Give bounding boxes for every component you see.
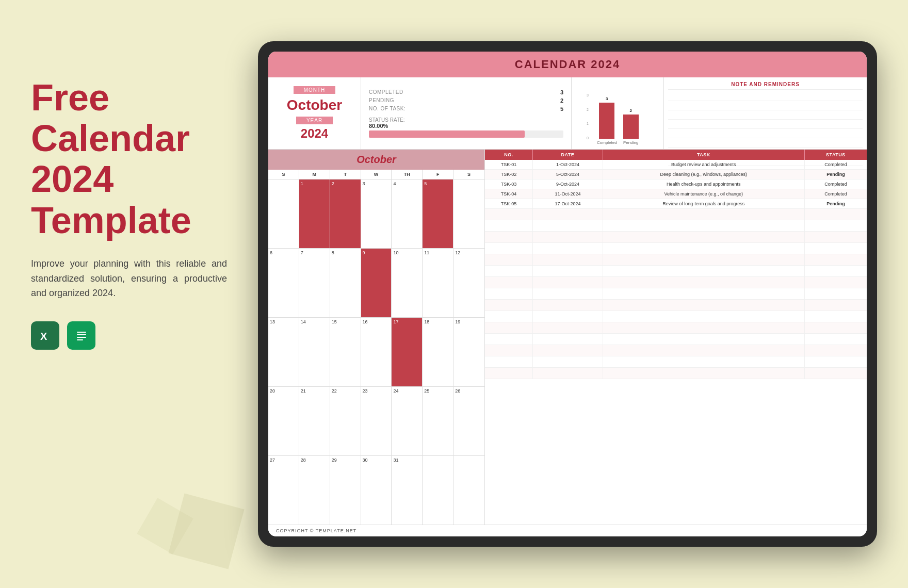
dow-f: F <box>423 170 453 179</box>
task-no: TSK-01 <box>485 160 533 170</box>
task-status: Completed <box>804 160 867 170</box>
note-line-3 <box>668 111 863 120</box>
cal-cell-28: 28 <box>299 456 330 525</box>
excel-icon[interactable]: X <box>31 321 59 350</box>
week-row-1: 1 2 3 4 5 <box>268 179 484 249</box>
table-row-empty <box>485 311 867 322</box>
calendar-month-header: October <box>268 150 484 170</box>
pending-value: 2 <box>560 97 563 104</box>
dow-s: S <box>268 170 299 179</box>
calendar-header: CALENDAR 2024 <box>268 52 867 77</box>
svg-rect-2 <box>73 328 90 344</box>
year-value: 2024 <box>301 126 328 141</box>
notes-panel: NOTE AND REMINDERS <box>664 77 867 149</box>
cal-cell-2: 2 <box>330 179 361 248</box>
cal-cell-18: 18 <box>423 318 453 386</box>
month-name: October <box>287 97 342 113</box>
cal-cell-26: 26 <box>453 387 484 455</box>
table-row-empty <box>485 266 867 277</box>
task-status: Completed <box>804 179 867 189</box>
week-row-4: 20 21 22 23 24 25 26 <box>268 387 484 456</box>
task-date: 11-Oct-2024 <box>533 189 603 199</box>
col-no: NO. <box>485 150 533 160</box>
task-status: Pending <box>804 170 867 179</box>
task-table-header: NO. DATE TASK STATUS <box>485 150 867 160</box>
sheets-icon[interactable] <box>67 321 95 350</box>
cal-cell-16: 16 <box>361 318 392 386</box>
table-row-empty <box>485 356 867 368</box>
table-row-empty <box>485 300 867 311</box>
cal-cell-8: 8 <box>330 249 361 317</box>
svg-rect-4 <box>77 334 86 335</box>
cal-cell-12: 12 <box>453 249 484 317</box>
table-row-empty <box>485 334 867 345</box>
note-line-4 <box>668 121 863 129</box>
stats-numbers: COMPLETED 3 PENDING 2 NO. OF TASK: 5 STA… <box>361 77 571 149</box>
note-line-2 <box>668 102 863 110</box>
cal-cell-19: 19 <box>453 318 484 386</box>
bar-completed: 3 Completed <box>597 96 617 145</box>
cal-cell-empty-3 <box>423 456 453 525</box>
table-row: TSK-03 9-Oct-2024 Health check-ups and a… <box>485 179 867 189</box>
cal-grid: S M T W TH F S 1 2 3 <box>268 170 484 525</box>
cal-footer: COPYRIGHT © TEMPLATE.NET <box>268 525 867 536</box>
title-line4: Template <box>31 200 191 241</box>
table-row-empty <box>485 288 867 300</box>
cal-cell-17: 17 <box>392 318 423 386</box>
cal-cell-24: 24 <box>392 387 423 455</box>
task-no: TSK-03 <box>485 179 533 189</box>
dow-m: M <box>299 170 330 179</box>
svg-rect-3 <box>77 332 86 333</box>
table-row-empty <box>485 232 867 243</box>
task-date: 17-Oct-2024 <box>533 199 603 209</box>
tablet-screen: CALENDAR 2024 MONTH October YEAR 2024 CO… <box>268 52 867 536</box>
pending-label: PENDING <box>369 97 394 103</box>
main-content: October S M T W TH F S <box>268 150 867 525</box>
table-row: TSK-05 17-Oct-2024 Review of long-term g… <box>485 199 867 209</box>
progress-bar-container <box>369 130 563 138</box>
notes-header: NOTE AND REMINDERS <box>668 81 863 90</box>
task-table-body: TSK-01 1-Oct-2024 Budget review and adju… <box>485 160 867 379</box>
cal-cell-23: 23 <box>361 387 392 455</box>
task-no: TSK-02 <box>485 170 533 179</box>
col-status: STATUS <box>804 150 867 160</box>
dow-w: W <box>361 170 392 179</box>
cal-cell-11: 11 <box>423 249 453 317</box>
cal-cell-30: 30 <box>361 456 392 525</box>
table-row-empty <box>485 368 867 379</box>
week-row-5: 27 28 29 30 31 <box>268 456 484 525</box>
table-row-empty <box>485 345 867 356</box>
svg-rect-6 <box>77 339 83 340</box>
tablet-container: CALENDAR 2024 MONTH October YEAR 2024 CO… <box>258 41 877 547</box>
task-desc: Vehicle maintenance (e.g., oil change) <box>603 189 804 199</box>
dow-th: TH <box>392 170 423 179</box>
cal-cell-27: 27 <box>268 456 299 525</box>
table-row-empty <box>485 277 867 288</box>
table-row-empty <box>485 209 867 220</box>
days-of-week-row: S M T W TH F S <box>268 170 484 179</box>
cal-cell-10: 10 <box>392 249 423 317</box>
col-task: TASK <box>603 150 804 160</box>
week-row-3: 13 14 15 16 17 18 19 <box>268 318 484 387</box>
note-line-1 <box>668 93 863 101</box>
calendar-section: October S M T W TH F S <box>268 150 485 525</box>
year-label: YEAR <box>296 117 333 124</box>
description-text: Improve your planning with this reliable… <box>31 256 227 301</box>
month-label: MONTH <box>294 86 336 94</box>
left-panel: Free Calendar 2024 Template Improve your… <box>31 77 227 350</box>
task-desc: Health check-ups and appointments <box>603 179 804 189</box>
table-row-empty <box>485 243 867 254</box>
task-no: TSK-05 <box>485 199 533 209</box>
stats-row: MONTH October YEAR 2024 COMPLETED 3 PEND… <box>268 77 867 150</box>
cal-cell-22: 22 <box>330 387 361 455</box>
title-line3: 2024 <box>31 158 113 200</box>
task-date: 1-Oct-2024 <box>533 160 603 170</box>
chart-area: 3 2 1 0 3 Completed <box>571 77 664 149</box>
bars-container: 3 Completed 2 Pending <box>597 96 639 145</box>
status-rate-label: STATUS RATE: <box>369 117 563 123</box>
table-row: TSK-02 5-Oct-2024 Deep cleaning (e.g., w… <box>485 170 867 179</box>
cal-cell-14: 14 <box>299 318 330 386</box>
cal-cell-21: 21 <box>299 387 330 455</box>
month-year-panel: MONTH October YEAR 2024 <box>268 77 361 149</box>
dow-t: T <box>330 170 361 179</box>
